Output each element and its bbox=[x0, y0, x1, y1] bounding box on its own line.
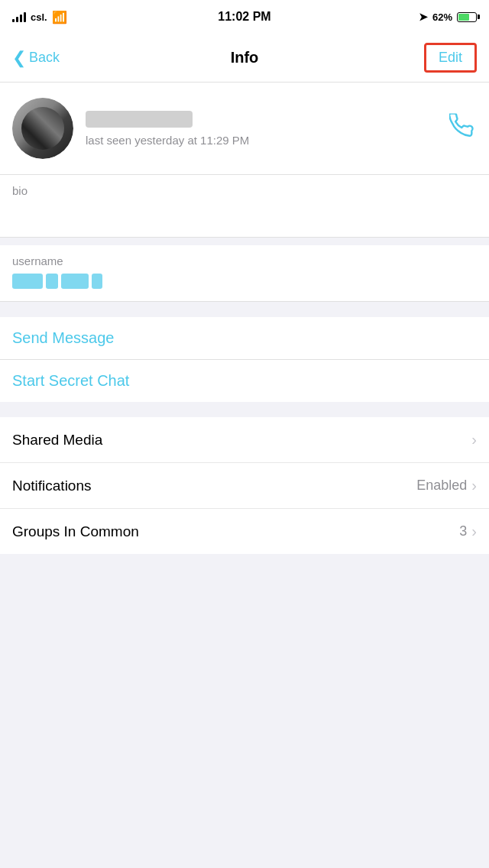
battery-percentage: 62% bbox=[432, 11, 452, 23]
shared-media-row[interactable]: Shared Media › bbox=[0, 417, 489, 463]
username-section: username bbox=[0, 245, 489, 302]
bio-section: bio bbox=[0, 175, 489, 238]
shared-media-label: Shared Media bbox=[12, 432, 102, 449]
shared-media-value: › bbox=[471, 431, 477, 449]
action-section: Send Message Start Secret Chat bbox=[0, 317, 489, 402]
section-divider-3 bbox=[0, 402, 489, 410]
profile-section: last seen yesterday at 11:29 PM bbox=[0, 83, 489, 175]
groups-in-common-value: 3 › bbox=[459, 523, 477, 540]
send-message-button[interactable]: Send Message bbox=[0, 317, 489, 360]
groups-in-common-chevron-icon: › bbox=[471, 523, 477, 540]
chevron-left-icon: ❮ bbox=[12, 48, 26, 68]
groups-in-common-row[interactable]: Groups In Common 3 › bbox=[0, 509, 489, 554]
section-divider-2 bbox=[0, 302, 489, 309]
username-value-blur bbox=[12, 274, 477, 289]
avatar bbox=[12, 98, 73, 159]
blur-block-3 bbox=[61, 274, 89, 289]
section-divider-1 bbox=[0, 238, 489, 245]
back-label: Back bbox=[29, 50, 60, 66]
battery-fill bbox=[458, 14, 469, 21]
profile-info: last seen yesterday at 11:29 PM bbox=[86, 111, 477, 147]
blur-block-4 bbox=[92, 274, 102, 289]
status-left: csl. 📶 bbox=[12, 10, 67, 24]
carrier-label: csl. bbox=[31, 11, 47, 23]
settings-section: Shared Media › Notifications Enabled › G… bbox=[0, 417, 489, 554]
back-button[interactable]: ❮ Back bbox=[12, 48, 60, 68]
phone-icon[interactable] bbox=[449, 114, 474, 144]
edit-button[interactable]: Edit bbox=[424, 43, 477, 73]
page-title: Info bbox=[231, 49, 259, 66]
bio-label: bio bbox=[12, 184, 477, 197]
username-label: username bbox=[12, 254, 477, 267]
location-icon: ➤ bbox=[419, 11, 428, 23]
notifications-label: Notifications bbox=[12, 478, 92, 494]
status-right: ➤ 62% bbox=[419, 11, 477, 23]
nav-bar: ❮ Back Info Edit bbox=[0, 34, 489, 83]
status-time: 11:02 PM bbox=[218, 10, 270, 24]
notifications-value: Enabled › bbox=[416, 477, 477, 494]
notifications-status: Enabled bbox=[416, 478, 467, 494]
battery-icon bbox=[457, 12, 477, 22]
groups-in-common-label: Groups In Common bbox=[12, 523, 139, 540]
profile-name-blur bbox=[86, 111, 193, 128]
blur-block-1 bbox=[12, 274, 43, 289]
profile-last-seen: last seen yesterday at 11:29 PM bbox=[86, 134, 477, 147]
blur-block-2 bbox=[46, 274, 58, 289]
start-secret-chat-button[interactable]: Start Secret Chat bbox=[0, 360, 489, 402]
wifi-icon: 📶 bbox=[52, 10, 67, 24]
groups-in-common-count: 3 bbox=[459, 523, 467, 539]
bio-content bbox=[12, 203, 477, 228]
notifications-row[interactable]: Notifications Enabled › bbox=[0, 463, 489, 509]
shared-media-chevron-icon: › bbox=[471, 431, 477, 449]
notifications-chevron-icon: › bbox=[471, 477, 477, 494]
signal-bars-icon bbox=[12, 11, 26, 22]
status-bar: csl. 📶 11:02 PM ➤ 62% bbox=[0, 0, 489, 34]
